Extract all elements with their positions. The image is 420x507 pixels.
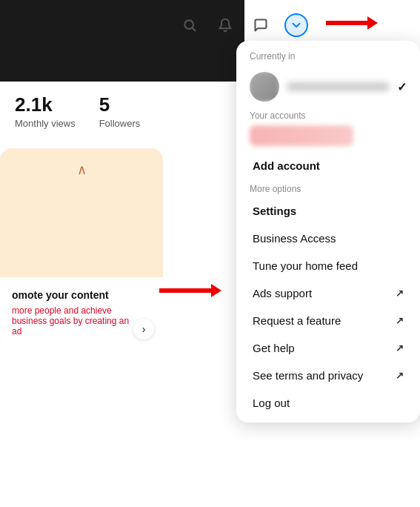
settings-menu-item[interactable]: Settings (239, 197, 417, 225)
settings-label: Settings (253, 205, 296, 217)
monthly-views-number: 2.1k (15, 93, 76, 116)
get-help-label: Get help (253, 342, 295, 354)
more-options-section-label: More options (236, 179, 420, 197)
request-feature-external-icon: ↗ (396, 315, 404, 326)
followers-stat: 5 Followers (99, 93, 141, 129)
terms-privacy-external-icon: ↗ (396, 370, 404, 381)
monthly-views-label: Monthly views (15, 118, 76, 129)
tune-home-feed-menu-item[interactable]: Tune your home feed (239, 252, 417, 279)
get-help-external-icon: ↗ (396, 342, 404, 354)
log-out-menu-item[interactable]: Log out (239, 389, 417, 417)
arrow-to-settings (159, 284, 221, 297)
main-content: 2.1k Monthly views 5 Followers ∧ omote y… (0, 0, 244, 507)
ads-support-external-icon: ↗ (396, 288, 404, 299)
header-nav (178, 13, 308, 37)
banner (0, 0, 244, 82)
tune-home-feed-label: Tune your home feed (253, 259, 358, 272)
get-help-menu-item[interactable]: Get help ↗ (239, 334, 417, 362)
card-description: more people and achievebusiness goals by… (12, 305, 151, 337)
svg-line-1 (193, 28, 196, 31)
arrow-to-button (326, 16, 378, 30)
currently-in-label: Currently in (236, 41, 420, 66)
avatar-blur (250, 72, 279, 102)
arrow-body (326, 21, 367, 25)
check-icon: ✓ (397, 80, 407, 94)
current-account-name (287, 82, 390, 91)
current-account-avatar (250, 72, 279, 102)
account-dropdown: Currently in ✓ Your accounts Add account… (236, 41, 420, 422)
business-access-menu-item[interactable]: Business Access (239, 225, 417, 252)
stats-row: 2.1k Monthly views 5 Followers (0, 82, 244, 141)
request-feature-label: Request a feature (253, 314, 341, 327)
add-account-label: Add account (253, 159, 320, 172)
arrow-head-r (211, 284, 221, 297)
your-accounts-section: Your accounts (236, 107, 420, 152)
followers-label: Followers (99, 118, 141, 129)
ads-support-label: Ads support (253, 287, 312, 299)
chat-button[interactable] (249, 13, 273, 37)
arrow-body-r (159, 288, 211, 293)
arrow-head (367, 16, 378, 30)
account-dropdown-button[interactable] (284, 13, 308, 37)
card-next-button[interactable]: › (133, 319, 154, 339)
current-account-item[interactable]: ✓ (236, 66, 420, 107)
request-feature-menu-item[interactable]: Request a feature ↗ (239, 307, 417, 334)
card-title: omote your content (12, 289, 151, 301)
terms-privacy-menu-item[interactable]: See terms and privacy ↗ (239, 362, 417, 389)
followers-number: 5 (99, 93, 141, 116)
bell-button[interactable] (213, 13, 237, 37)
your-accounts-label: Your accounts (250, 110, 407, 121)
log-out-label: Log out (253, 397, 290, 409)
promo-card: ∧ omote your content more people and ach… (0, 148, 163, 348)
ads-support-menu-item[interactable]: Ads support ↗ (239, 279, 417, 307)
other-account-name (250, 125, 353, 146)
monthly-views-stat: 2.1k Monthly views (15, 93, 76, 129)
add-account-button[interactable]: Add account (239, 152, 417, 179)
terms-privacy-label: See terms and privacy (253, 369, 363, 382)
search-button[interactable] (178, 13, 201, 37)
business-access-label: Business Access (253, 232, 336, 245)
chevron-up-icon: ∧ (77, 162, 87, 178)
